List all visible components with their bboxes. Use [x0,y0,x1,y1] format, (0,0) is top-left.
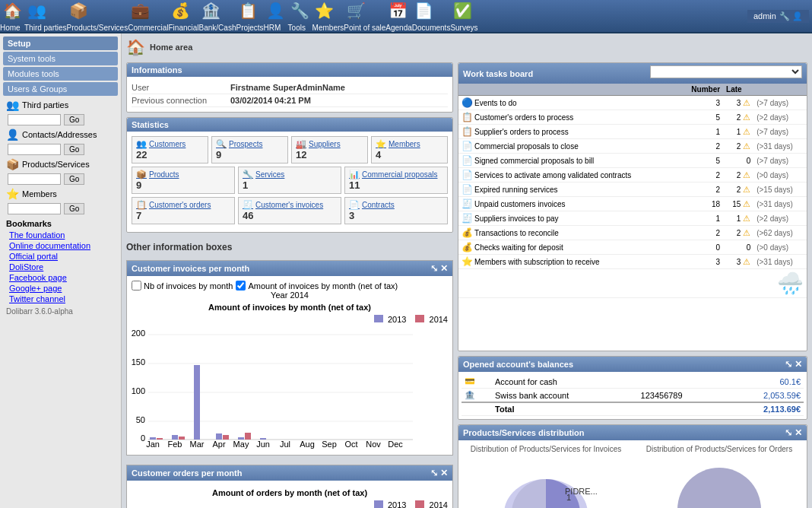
svg-rect-12 [194,365,200,440]
stat-box-suppliers[interactable]: 🏭 Suppliers12 [291,136,368,164]
nav-item-bank-cash[interactable]: 🏦Bank/Cash [199,0,236,32]
nav-item-point-of-sale[interactable]: 🛒Point of sale [344,0,385,32]
stat-box-commercial-proposals[interactable]: 📊 Commercial proposals11 [344,167,448,194]
sidebar-third-parties[interactable]: 👥 Third parties [3,97,118,113]
bookmark-link[interactable]: Google+ page [3,283,118,294]
stat-box-prospects[interactable]: 🔍 Prospects9 [211,136,288,164]
nav-item-projects[interactable]: 📋Projects [236,0,263,32]
stat-num: 22 [136,149,204,160]
task-row[interactable]: 📄Signed commercial proposals to bill 5 0… [458,154,807,168]
task-icon: 📄 [462,155,473,166]
task-late: 15 ⚠ [723,197,753,211]
nav-item-surveys[interactable]: ✅Surveys [450,0,477,32]
task-row[interactable]: 📋Supplier's orders to process 1 1 ⚠ (>7 … [458,125,807,139]
cb-nb-invoices[interactable] [132,281,141,291]
stat-box-members[interactable]: ⭐ Members4 [371,136,448,164]
chart-resize-icon[interactable]: ⤡ [430,263,438,274]
task-late: 2 ⚠ [723,139,753,154]
sidebar-third-parties-search: Go [3,113,118,127]
task-row[interactable]: 📄Expired running services 2 2 ⚠ (>15 day… [458,183,807,197]
stat-box-customer-s-invoices[interactable]: 🧾 Customer's invoices46 [238,197,341,224]
cb-amount-invoices[interactable] [236,281,246,291]
contacts-search-input[interactable] [8,144,61,155]
statistics-body: 👥 Customers22🔍 Prospects9🏭 Suppliers12⭐ … [127,132,452,232]
chart-close-icon[interactable]: ✕ [440,263,448,274]
task-icon: 🔵 [462,97,473,108]
sidebar-modules-tools[interactable]: Modules tools [3,67,118,81]
task-extra: (>7 days) [753,125,807,139]
balance-close-icon[interactable]: ✕ [795,359,802,370]
bookmark-link[interactable]: The foundation [3,230,118,240]
members-search-input[interactable] [8,203,61,214]
sidebar-contacts-search: Go [3,142,118,157]
bookmark-link[interactable]: Twitter channel [3,294,118,304]
svg-text:May: May [233,440,249,449]
nav-icon: 📄 [412,0,436,21]
nav-item-home[interactable]: 🏠Home [0,0,24,32]
sidebar-contacts[interactable]: 👤 Contacts/Addresses [3,127,118,142]
chart-main-title: Amount of invoices by month (net of tax) [132,303,448,312]
sidebar-users-groups[interactable]: Users & Groups [3,82,118,96]
bookmark-link[interactable]: Official portal [3,251,118,262]
nav-item-hrm[interactable]: 👤HRM [264,0,288,32]
balance-resize-icon[interactable]: ⤡ [785,359,792,370]
task-row[interactable]: 💰Transactions to reconcile 2 2 ⚠ (>62 da… [458,226,807,240]
distrib-resize-icon[interactable]: ⤡ [785,427,792,438]
nav-item-financial[interactable]: 💰Financial [169,0,199,32]
task-row[interactable]: 📋Customer's orders to process 5 2 ⚠ (>2 … [458,110,807,125]
task-row[interactable]: 💰Checks waiting for deposit 0 0 (>0 days… [458,240,807,255]
nav-icon: 🏠 [0,0,24,21]
content-columns: Informations User Firstname SuperAdminNa… [126,62,807,508]
products-search-input[interactable] [8,173,61,185]
warn-icon: ⚠ [743,257,750,266]
stat-box-customers[interactable]: 👥 Customers22 [132,136,208,164]
members-go-button[interactable]: Go [64,203,84,214]
stat-box-products[interactable]: 📦 Products9 [132,167,235,194]
bookmark-link[interactable]: Online documentation [3,240,118,251]
task-row[interactable]: 🧾Unpaid customers invoices 18 15 ⚠ (>31 … [458,197,807,211]
orders-close-icon[interactable]: ✕ [440,468,448,478]
cb-nb-label: Nb of invoices by month [132,281,233,291]
orders-chart-title: Amount of orders by month (net of tax) [132,488,448,497]
stat-box-contracts[interactable]: 📄 Contracts3 [344,197,448,224]
task-label: 🧾Unpaid customers invoices [458,197,680,211]
stat-box-customer-s-orders[interactable]: 📋 Customer's orders7 [132,197,235,224]
chart-icons: ⤡ ✕ [430,263,448,274]
bookmark-link[interactable]: DoliStore [3,262,118,272]
nav-item-products-services[interactable]: 📦Products/Services [67,0,128,32]
nav-item-commercial[interactable]: 💼Commercial [128,0,168,32]
third-parties-go-button[interactable]: Go [64,114,84,125]
task-row[interactable]: 🔵Events to do 3 3 ⚠ (>7 days) [458,96,807,110]
contacts-go-button[interactable]: Go [64,144,84,155]
nav-item-members[interactable]: ⭐Members [312,0,344,32]
task-row[interactable]: 📄Commercial proposals to close 2 2 ⚠ (>3… [458,139,807,154]
products-icon: 📦 [6,158,19,170]
sidebar-system-tools[interactable]: System tools [3,52,118,65]
nav-item-third-parties[interactable]: 👥Third parties [24,0,67,32]
nav-item-agenda[interactable]: 📅Agenda [385,0,411,32]
nav-item-tools[interactable]: 🔧Tools [288,0,312,32]
sidebar-members[interactable]: ⭐ Members [3,186,118,202]
svg-text:Sep: Sep [322,440,337,449]
third-parties-search-input[interactable] [8,114,61,125]
stat-box-services[interactable]: 🔧 Services1 [238,167,341,194]
task-label: ⭐Members with subscription to receive [458,255,680,269]
nav-icon: ✅ [450,0,474,21]
svg-text:1: 1 [566,493,571,502]
orders-resize-icon[interactable]: ⤡ [430,468,438,478]
sidebar-products-services[interactable]: 📦 Products/Services [3,157,118,172]
sidebar-setup[interactable]: Setup [3,37,118,50]
task-label: 📄Signed commercial proposals to bill [458,154,680,168]
orders-chart-icons: ⤡ ✕ [430,468,448,478]
task-row[interactable]: 📄Services to activate among validated co… [458,168,807,183]
tasks-filter-select[interactable] [650,65,802,78]
top-nav: 🏠Home👥Third parties📦Products/Services💼Co… [0,0,812,33]
task-row[interactable]: ⭐Members with subscription to receive 3 … [458,255,807,269]
distrib-close-icon[interactable]: ✕ [795,427,802,438]
sidebar-products-search: Go [3,172,118,186]
task-row[interactable]: 🧾Suppliers invoices to pay 1 1 ⚠ (>2 day… [458,211,807,226]
work-tasks-body: Number Late 🔵Events to do 3 3 ⚠ (>7 days… [458,84,807,298]
nav-item-documents[interactable]: 📄Documents [412,0,451,32]
products-go-button[interactable]: Go [64,173,84,185]
bookmark-link[interactable]: Facebook page [3,272,118,283]
